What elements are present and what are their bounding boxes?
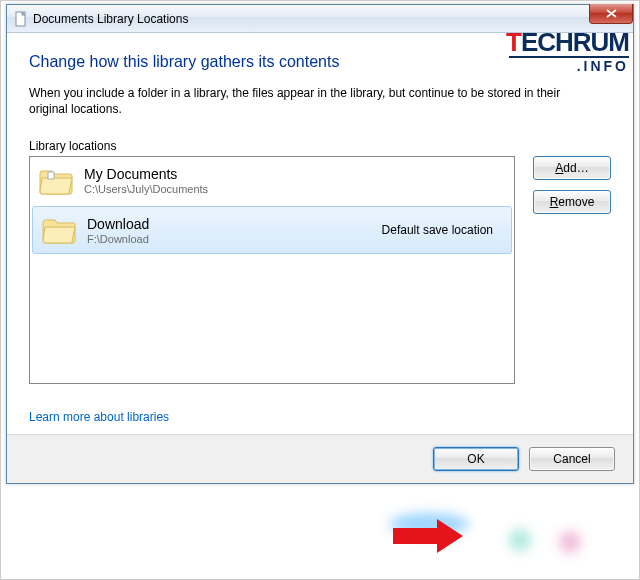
- heading: Change how this library gathers its cont…: [29, 53, 611, 71]
- remove-button[interactable]: Remove: [533, 190, 611, 214]
- document-icon: [13, 11, 29, 27]
- ok-button[interactable]: OK: [433, 447, 519, 471]
- list-item[interactable]: My Documents C:\Users\July\Documents: [30, 157, 514, 205]
- close-button[interactable]: [589, 4, 633, 24]
- item-name: Download: [87, 216, 382, 232]
- annotation-arrow-icon: [393, 519, 463, 553]
- svg-rect-1: [48, 172, 54, 179]
- locations-list[interactable]: My Documents C:\Users\July\Documents Dow…: [29, 156, 515, 384]
- decorative-blur: [389, 509, 599, 559]
- button-bar: OK Cancel: [7, 434, 633, 483]
- folder-icon: [41, 215, 77, 245]
- description: When you include a folder in a library, …: [29, 85, 599, 117]
- item-name: My Documents: [84, 166, 496, 182]
- folder-icon: [38, 166, 74, 196]
- learn-more-link[interactable]: Learn more about libraries: [29, 410, 169, 424]
- window-title: Documents Library Locations: [33, 12, 188, 26]
- add-button[interactable]: Add…: [533, 156, 611, 180]
- side-buttons: Add… Remove: [533, 156, 611, 214]
- item-path: F:\Download: [87, 233, 382, 245]
- dialog-content: Change how this library gathers its cont…: [7, 33, 633, 434]
- item-path: C:\Users\July\Documents: [84, 183, 496, 195]
- cancel-button[interactable]: Cancel: [529, 447, 615, 471]
- titlebar[interactable]: Documents Library Locations: [7, 5, 633, 33]
- dialog-window: Documents Library Locations Change how t…: [6, 4, 634, 484]
- locations-label: Library locations: [29, 139, 611, 153]
- item-default-label: Default save location: [382, 223, 493, 237]
- list-item[interactable]: Download F:\Download Default save locati…: [32, 206, 512, 254]
